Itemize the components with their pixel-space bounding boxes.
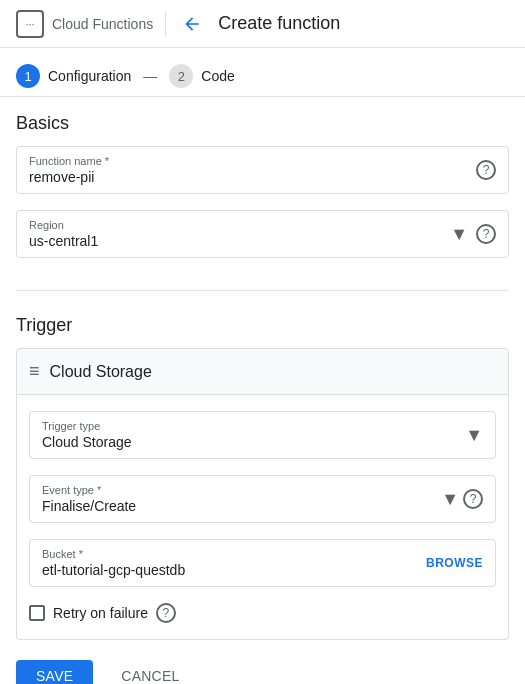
event-type-label: Event type * <box>42 484 483 496</box>
logo-icon: ··· <box>16 10 44 38</box>
function-name-label: Function name * <box>29 155 496 167</box>
stepper: 1 Configuration — 2 Code <box>0 48 525 96</box>
region-wrapper[interactable]: Region us-central1 ▼ ? <box>16 210 509 258</box>
event-type-wrapper[interactable]: Event type * Finalise/Create ▼ ? <box>29 475 496 523</box>
step-2-circle: 2 <box>169 64 193 88</box>
trigger-type-wrapper[interactable]: Trigger type Cloud Storage ▼ <box>29 411 496 459</box>
function-name-value: remove-pii <box>29 169 496 185</box>
step-2-label: Code <box>201 68 234 84</box>
trigger-section: Trigger ≡ Cloud Storage Trigger type Clo… <box>16 299 509 640</box>
region-dropdown-icon[interactable]: ▼ <box>450 224 468 245</box>
basics-title: Basics <box>16 97 509 146</box>
bucket-field: Bucket * etl-tutorial-gcp-questdb BROWSE <box>29 539 496 587</box>
trigger-card-body: Trigger type Cloud Storage ▼ Event type … <box>16 395 509 640</box>
bucket-wrapper[interactable]: Bucket * etl-tutorial-gcp-questdb BROWSE <box>29 539 496 587</box>
trigger-type-label: Trigger type <box>42 420 483 432</box>
region-label: Region <box>29 219 496 231</box>
app-header: ··· Cloud Functions Create function <box>0 0 525 48</box>
page-title: Create function <box>218 13 340 34</box>
trigger-card-title: Cloud Storage <box>50 363 152 381</box>
region-value: us-central1 <box>29 233 496 249</box>
bucket-label: Bucket * <box>42 548 483 560</box>
function-name-help-icon[interactable]: ? <box>476 160 496 180</box>
step-1-circle: 1 <box>16 64 40 88</box>
cloud-storage-icon: ≡ <box>29 361 40 382</box>
header-divider <box>165 12 166 36</box>
retry-row: Retry on failure ? <box>29 603 496 623</box>
basics-section: Basics Function name * remove-pii ? Regi… <box>16 97 509 258</box>
cancel-button[interactable]: CANCEL <box>105 660 195 684</box>
trigger-card: ≡ Cloud Storage Trigger type Cloud Stora… <box>16 348 509 640</box>
app-logo: ··· Cloud Functions <box>16 10 153 38</box>
retry-help-icon[interactable]: ? <box>156 603 176 623</box>
event-type-value: Finalise/Create <box>42 498 483 514</box>
back-button[interactable] <box>178 10 206 38</box>
app-name: Cloud Functions <box>52 16 153 32</box>
trigger-type-field: Trigger type Cloud Storage ▼ <box>29 411 496 459</box>
event-type-field: Event type * Finalise/Create ▼ ? <box>29 475 496 523</box>
region-field: Region us-central1 ▼ ? <box>16 210 509 258</box>
step-2[interactable]: 2 Code <box>169 64 234 88</box>
retry-checkbox[interactable] <box>29 605 45 621</box>
function-name-wrapper[interactable]: Function name * remove-pii ? <box>16 146 509 194</box>
trigger-type-dropdown-icon[interactable]: ▼ <box>465 425 483 446</box>
step-1-label: Configuration <box>48 68 131 84</box>
trigger-title: Trigger <box>16 299 509 348</box>
retry-label: Retry on failure <box>53 605 148 621</box>
save-button[interactable]: SAVE <box>16 660 93 684</box>
event-type-help-icon[interactable]: ? <box>463 489 483 509</box>
step-separator: — <box>139 68 161 84</box>
main-content: Basics Function name * remove-pii ? Regi… <box>0 97 525 684</box>
trigger-type-value: Cloud Storage <box>42 434 483 450</box>
function-name-field: Function name * remove-pii ? <box>16 146 509 194</box>
bucket-value: etl-tutorial-gcp-questdb <box>42 562 483 578</box>
action-buttons: SAVE CANCEL <box>16 640 509 684</box>
event-type-dropdown-icon[interactable]: ▼ <box>441 489 459 510</box>
region-help-icon[interactable]: ? <box>476 224 496 244</box>
trigger-card-header: ≡ Cloud Storage <box>16 348 509 395</box>
step-1[interactable]: 1 Configuration <box>16 64 131 88</box>
browse-button[interactable]: BROWSE <box>426 556 483 570</box>
